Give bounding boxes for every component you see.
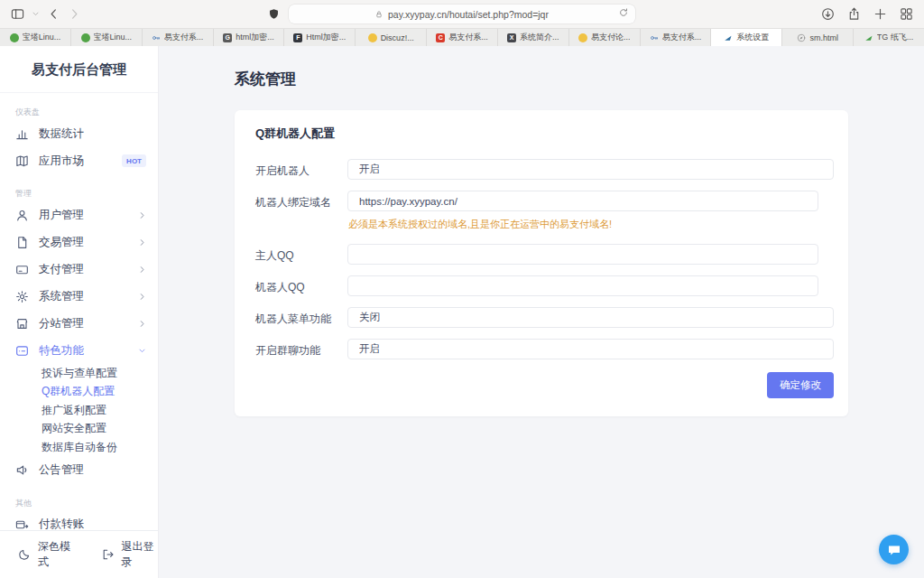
chevron-right-icon <box>138 211 146 219</box>
sidebar-item-label: 用户管理 <box>39 208 84 223</box>
url-bar[interactable]: pay.xyypay.cn/houtai/set.php?mod=jqr <box>289 5 635 23</box>
sidebar-item-announcement-mgmt[interactable]: 公告管理 <box>0 457 158 484</box>
chat-bubble-icon <box>887 543 901 557</box>
user-icon <box>15 209 29 222</box>
browser-tab[interactable]: 易支付系... <box>641 29 712 46</box>
sidebar-subitem-qq-robot-config[interactable]: Q群机器人配置 <box>0 383 158 402</box>
group-chat-feature-select[interactable] <box>347 339 834 359</box>
sidebar-item-label: 交易管理 <box>39 235 84 250</box>
chevron-right-icon <box>138 293 146 301</box>
sidebar-item-data-stats[interactable]: 数据统计 <box>0 120 158 147</box>
sidebar-item-label: 系统管理 <box>39 289 84 304</box>
tab-label: Html加密... <box>306 32 346 43</box>
chevron-left-icon <box>47 7 60 21</box>
sidebar-toggle-button[interactable] <box>11 7 24 21</box>
browser-tab[interactable]: sm.html <box>782 29 854 46</box>
group-chat-feature-label: 开启群聊功能 <box>255 339 347 359</box>
sidebar-section-label: 仪表盘 <box>15 107 158 118</box>
gear-icon <box>15 290 29 303</box>
sidebar-item-label: 公告管理 <box>39 462 84 478</box>
dark-mode-label: 深色模式 <box>38 539 75 570</box>
sidebar-title: 易支付后台管理 <box>0 46 158 93</box>
sidebar-item-substation-mgmt[interactable]: 分站管理 <box>0 310 158 337</box>
tab-label: 系统设置 <box>736 32 769 43</box>
logout-button[interactable]: 退出登录 <box>102 539 159 570</box>
browser-toolbar: pay.xyypay.cn/houtai/set.php?mod=jqr <box>0 0 924 28</box>
browser-tab[interactable]: X系统简介... <box>498 29 569 46</box>
speaker-icon <box>15 463 29 477</box>
sidebar-subitem-rebate-config[interactable]: 推广返利配置 <box>0 401 158 420</box>
sidebar-item-feature-functions[interactable]: 特色功能 <box>0 337 158 364</box>
chevron-right-icon <box>138 266 146 274</box>
sidebar-subitem-complaint-config[interactable]: 投诉与查单配置 <box>0 364 158 383</box>
sidebar-item-user-mgmt[interactable]: 用户管理 <box>0 201 158 228</box>
back-button[interactable] <box>47 7 60 21</box>
browser-tab[interactable]: FHtml加密... <box>284 29 356 46</box>
sidebar-subitem-site-security-config[interactable]: 网站安全配置 <box>0 420 158 439</box>
browser-tab[interactable]: 系统设置 <box>711 29 782 46</box>
share-icon <box>847 7 861 21</box>
browser-tab[interactable]: 宝塔Linu... <box>0 29 71 46</box>
tab-label: 易支付论... <box>591 32 631 43</box>
enable-robot-label: 开启机器人 <box>255 159 347 179</box>
browser-tab[interactable]: C易支付系... <box>427 29 498 46</box>
chat-fab-button[interactable] <box>879 535 909 564</box>
browser-tab[interactable]: 宝塔Linu... <box>71 29 143 46</box>
lock-icon <box>374 10 383 19</box>
robot-menu-feature-select[interactable] <box>347 307 834 328</box>
page-title: 系统管理 <box>235 69 848 89</box>
tab-favicon-baota <box>81 33 90 42</box>
tab-grid-button[interactable] <box>900 7 913 21</box>
sidebar-nav: 仪表盘数据统计应用市场HOT管理用户管理交易管理支付管理系统管理分站管理特色功能… <box>0 107 158 538</box>
url-text: pay.xyypay.cn/houtai/set.php?mod=jqr <box>388 9 549 20</box>
form-row-robot-menu-feature: 机器人菜单功能 <box>255 307 834 328</box>
browser-tab[interactable]: 易支付系... <box>143 29 214 46</box>
dark-mode-toggle[interactable]: 深色模式 <box>18 539 75 570</box>
toolbar-chevron-down[interactable] <box>32 10 40 18</box>
sidebar-section-label: 其他 <box>15 498 158 509</box>
robot-config-card: Q群机器人配置 开启机器人机器人绑定域名必须是本系统授权过的域名,且是你正在运营… <box>235 110 848 416</box>
browser-tab[interactable]: 易支付论... <box>569 29 641 46</box>
sidebar-item-label: 特色功能 <box>39 343 84 359</box>
browser-tab[interactable]: Discuz!... <box>356 29 427 46</box>
sidebar-item-payment-mgmt[interactable]: 支付管理 <box>0 256 158 283</box>
chevron-right-icon <box>138 211 146 219</box>
sidebar: 易支付后台管理 仪表盘数据统计应用市场HOT管理用户管理交易管理支付管理系统管理… <box>0 46 159 578</box>
owner-qq-label: 主人QQ <box>255 244 347 264</box>
bind-domain-input[interactable] <box>347 191 818 211</box>
plus-button[interactable] <box>873 7 887 21</box>
bind-domain-label: 机器人绑定域名 <box>255 191 347 210</box>
browser-tab[interactable]: TG 纸飞... <box>854 29 924 46</box>
key-icon <box>650 33 659 42</box>
forward-button[interactable] <box>68 7 81 21</box>
privacy-shield-icon[interactable] <box>268 8 280 20</box>
robot-qq-input[interactable] <box>347 275 818 296</box>
card-title: Q群机器人配置 <box>255 126 834 142</box>
form-row-owner-qq: 主人QQ <box>255 244 834 265</box>
enable-robot-select[interactable] <box>347 159 834 180</box>
browser-window: pay.xyypay.cn/houtai/set.php?mod=jqr 宝塔L… <box>0 0 924 578</box>
tab-favicon-compass <box>797 33 806 42</box>
share-button[interactable] <box>847 7 861 21</box>
submit-button[interactable]: 确定修改 <box>767 372 834 398</box>
download-circle-button[interactable] <box>821 7 835 21</box>
owner-qq-input[interactable] <box>347 244 818 265</box>
sidebar-item-trade-mgmt[interactable]: 交易管理 <box>0 228 158 256</box>
shield-icon <box>268 8 280 20</box>
chevron-right-icon <box>68 7 81 21</box>
refresh-icon[interactable] <box>618 7 629 18</box>
sidebar-item-label: 数据统计 <box>39 126 84 142</box>
tab-favicon-c-red: C <box>436 33 445 42</box>
tab-favicon-key <box>152 33 161 42</box>
sidebar-subitem-db-auto-backup[interactable]: 数据库自动备份 <box>0 438 158 457</box>
sidebar-item-label: 分站管理 <box>39 316 84 331</box>
browser-tab[interactable]: Ghtml加密... <box>214 29 285 46</box>
logout-icon <box>102 548 115 561</box>
sidebar-item-app-market[interactable]: 应用市场HOT <box>0 147 158 174</box>
sidebar-item-label: 支付管理 <box>39 262 84 277</box>
form-row-bind-domain: 机器人绑定域名必须是本系统授权过的域名,且是你正在运营中的易支付域名! <box>255 191 834 233</box>
robot-menu-feature-label: 机器人菜单功能 <box>255 307 347 327</box>
sidebar-item-system-mgmt[interactable]: 系统管理 <box>0 283 158 310</box>
refresh-icon <box>618 7 629 18</box>
chevron-down-icon <box>138 347 146 355</box>
